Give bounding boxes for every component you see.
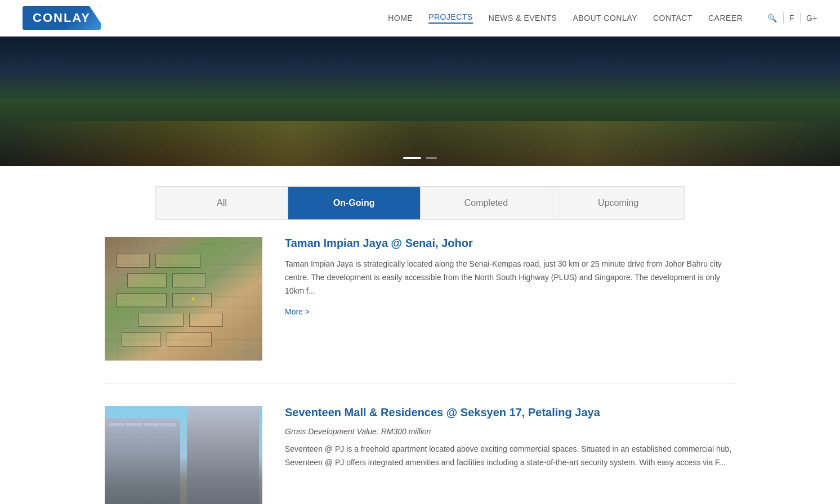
project-content-2: Seventeen Mall & Residences @ Seksyen 17… — [285, 406, 735, 479]
header: CONLAY HOME PROJECTS NEWS & EVENTS ABOUT… — [0, 0, 840, 37]
project-card-2: Seventeen Mall & Residences @ Seksyen 17… — [105, 406, 735, 504]
nav-divider-1 — [783, 12, 784, 24]
filter-tab-ongoing[interactable]: On-Going — [288, 187, 421, 219]
nav-contact[interactable]: CONTACT — [653, 14, 692, 22]
main-nav: HOME PROJECTS NEWS & EVENTS ABOUT CONLAY… — [388, 12, 817, 24]
search-icon[interactable]: 🔍 — [767, 14, 778, 22]
nav-home[interactable]: HOME — [388, 14, 413, 22]
nav-divider-2 — [800, 12, 801, 24]
project-image-2 — [105, 406, 262, 504]
project-image-1 — [105, 237, 262, 361]
tower-1 — [105, 418, 180, 504]
filter-tab-all[interactable]: All — [156, 187, 288, 219]
social-icons: 🔍 f g+ — [767, 12, 817, 24]
googleplus-icon[interactable]: g+ — [806, 14, 817, 22]
filter-section: All On-Going Completed Upcoming — [0, 186, 840, 220]
project-card-1: Taman Impian Jaya @ Senai, Johor Taman I… — [105, 237, 735, 384]
project-content-1: Taman Impian Jaya @ Senai, Johor Taman I… — [285, 237, 735, 317]
nav-projects[interactable]: PROJECTS — [428, 12, 473, 24]
project-description-2: Seventeen @ PJ is a freehold apartment l… — [285, 443, 735, 470]
carousel-dot-2[interactable] — [426, 157, 437, 159]
nav-news-events[interactable]: NEWS & EVENTS — [489, 14, 557, 22]
projects-list: Taman Impian Jaya @ Senai, Johor Taman I… — [82, 237, 758, 504]
tower-2 — [187, 406, 260, 504]
project-subtitle-2: Gross Development Value: RM300 million — [285, 427, 735, 436]
logo-container: CONLAY — [23, 6, 101, 30]
carousel-dot-1[interactable] — [403, 157, 421, 159]
nav-career[interactable]: CAREER — [708, 14, 743, 22]
hero-banner — [0, 37, 840, 166]
facebook-icon[interactable]: f — [789, 14, 794, 22]
filter-tab-completed[interactable]: Completed — [421, 187, 553, 219]
hero-carousel-dots — [403, 157, 437, 159]
project-title-1[interactable]: Taman Impian Jaya @ Senai, Johor — [285, 237, 735, 250]
site-logo[interactable]: CONLAY — [23, 6, 101, 30]
project-more-link-1[interactable]: More > — [285, 307, 310, 316]
project-title-2[interactable]: Seventeen Mall & Residences @ Seksyen 17… — [285, 406, 735, 419]
filter-tab-upcoming[interactable]: Upcoming — [552, 187, 684, 219]
filter-tabs: All On-Going Completed Upcoming — [155, 186, 685, 220]
nav-about[interactable]: ABOUT CONLAY — [573, 14, 637, 22]
grid-overlay — [105, 237, 262, 361]
project-description-1: Taman Impian Jaya is strategically locat… — [285, 258, 735, 298]
hero-lights — [0, 121, 840, 166]
